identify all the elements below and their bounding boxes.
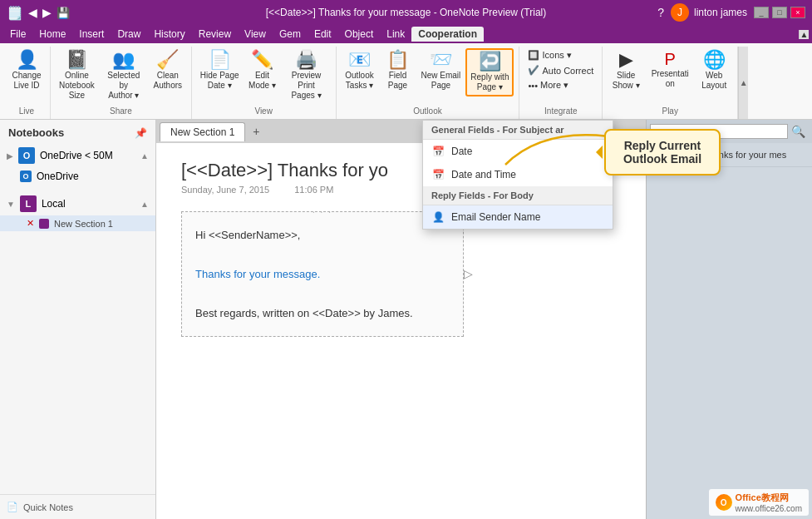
quick-access-forward[interactable]: ▶ <box>42 6 52 19</box>
help-button[interactable]: ? <box>657 6 664 19</box>
local-label: Local <box>42 198 66 210</box>
dropdown-date-time[interactable]: 📅 Date and Time <box>423 163 613 186</box>
icons-button[interactable]: 🔲 Icons ▾ <box>524 48 597 62</box>
menu-cooperation[interactable]: Cooperation <box>411 27 484 42</box>
quick-notes-button[interactable]: 📄 Quick Notes <box>0 494 155 519</box>
share-buttons: 📓 OnlineNotebookSize 👥 Selected byAuthor… <box>56 48 186 104</box>
online-notebook-size-button[interactable]: 📓 OnlineNotebookSize <box>56 48 98 103</box>
ribbon-collapse-button[interactable]: ▲ <box>799 30 809 39</box>
notebook-local[interactable]: ▼ L Local ▲ <box>0 192 155 215</box>
menu-history[interactable]: History <box>147 27 191 42</box>
tooltip-text: Reply Current Outlook Email <box>623 139 701 166</box>
note-box[interactable]: . . . Hi <<SenderName>>, Thanks for your… <box>181 211 464 337</box>
slide-show-button[interactable]: ▶ SlideShow ▾ <box>608 48 644 93</box>
maximize-button[interactable]: □ <box>772 7 787 18</box>
remove-section-button[interactable]: ✕ <box>27 218 34 229</box>
icons-label: Icons ▾ <box>542 50 571 61</box>
field-page-label: FieldPage <box>388 71 407 91</box>
menu-draw[interactable]: Draw <box>111 27 147 42</box>
web-layout-button[interactable]: 🌐 WebLayout <box>696 48 732 93</box>
menu-edit[interactable]: Edit <box>308 27 338 42</box>
minimize-button[interactable]: _ <box>754 7 769 18</box>
tab-new-section-1[interactable]: New Section 1 <box>160 122 245 141</box>
online-notebook-size-icon: 📓 <box>66 51 88 69</box>
play-group-label: Play <box>608 104 732 119</box>
sidebar-pin-button[interactable]: 📌 <box>135 127 147 139</box>
office-logo-icon: O <box>716 494 732 511</box>
quick-save[interactable]: 💾 <box>57 7 70 19</box>
expand-note-arrow[interactable]: ▷ <box>464 267 473 280</box>
onedrive-50m-label: OneDrive < 50M <box>40 150 113 161</box>
edit-mode-button[interactable]: ✏️ EditMode ▾ <box>244 48 281 93</box>
dropdown-date[interactable]: 📅 Date <box>423 140 613 163</box>
change-live-id-button[interactable]: 👤 ChangeLive ID <box>8 48 45 93</box>
field-page-button[interactable]: 📋 FieldPage <box>380 48 416 93</box>
selected-by-author-button[interactable]: 👥 Selected byAuthor ▾ <box>100 48 148 103</box>
reply-with-icon: ↩️ <box>479 52 501 71</box>
menu-file[interactable]: File <box>3 27 32 42</box>
auto-correct-button[interactable]: ✔️ Auto Correct <box>524 63 597 77</box>
date-time-label: Date and Time <box>451 169 516 180</box>
watermark: O Office教程网 www.office26.com <box>709 489 809 516</box>
outlook-group-label: Outlook <box>342 104 514 119</box>
menu-view[interactable]: View <box>238 27 273 42</box>
watermark-url: www.office26.com <box>736 504 802 513</box>
menu-review[interactable]: Review <box>192 27 238 42</box>
hide-page-date-label: Hide PageDate ▾ <box>200 71 239 91</box>
notebook-onedrive-50m[interactable]: ▶ O OneDrive < 50M ▲ <box>0 144 155 167</box>
clean-authors-button[interactable]: 🧹 CleanAuthors <box>150 48 186 93</box>
general-fields-header: General Fields - For Subject ar <box>423 121 613 140</box>
onedrive-50m-icon: O <box>18 147 35 164</box>
edit-mode-label: EditMode ▾ <box>249 71 276 91</box>
auto-correct-label: Auto Correct <box>542 66 593 76</box>
user-name: linton james <box>694 7 747 18</box>
local-expand-chevron: ▲ <box>140 200 149 209</box>
edit-mode-icon: ✏️ <box>251 51 273 69</box>
outlook-tasks-label: OutlookTasks ▾ <box>345 71 373 91</box>
reply-with-page-button[interactable]: ↩️ Reply withPage ▾ <box>465 48 514 96</box>
ribbon-group-live: 👤 ChangeLive ID Live <box>3 47 51 119</box>
reply-fields-header: Reply Fields - For Body <box>423 186 613 205</box>
onenote-logo-icon: 🗒️ <box>7 5 23 21</box>
note-box-handle: . . . <box>312 205 332 215</box>
thanks-link[interactable]: Thanks for your message. <box>195 268 320 280</box>
tooltip-bubble: Reply Current Outlook Email <box>604 129 721 175</box>
live-buttons: 👤 ChangeLive ID <box>8 48 45 104</box>
new-email-page-button[interactable]: 📨 New EmailPage <box>418 48 465 93</box>
date-icon: 📅 <box>431 145 445 158</box>
notebook-onedrive[interactable]: O OneDrive <box>0 167 155 185</box>
close-button[interactable]: × <box>790 7 805 18</box>
sidebar-header: Notebooks 📌 <box>0 120 155 144</box>
menu-gem[interactable]: Gem <box>273 27 308 42</box>
title-right: ? J linton james _ □ × <box>657 3 805 22</box>
dropdown-email-sender[interactable]: 👤 Email Sender Name <box>423 205 613 229</box>
menu-object[interactable]: Object <box>338 27 381 42</box>
outlook-buttons: 📧 OutlookTasks ▾ 📋 FieldPage 📨 New Email… <box>342 48 514 104</box>
slide-show-label: SlideShow ▾ <box>613 71 640 91</box>
quick-access-back[interactable]: ◀ <box>28 6 37 19</box>
hide-page-date-button[interactable]: 📄 Hide PageDate ▾ <box>197 48 243 93</box>
menu-link[interactable]: Link <box>380 27 411 42</box>
preview-print-pages-button[interactable]: 🖨️ Preview PrintPages ▾ <box>283 48 331 103</box>
onedrive-icon: O <box>20 171 32 182</box>
window-controls: _ □ × <box>754 7 805 18</box>
web-layout-icon: 🌐 <box>703 51 726 69</box>
more-button[interactable]: ••• More ▾ <box>524 78 597 92</box>
presentation-button[interactable]: P Presentation <box>646 48 694 91</box>
ribbon-group-play: ▶ SlideShow ▾ P Presentation 🌐 WebLayout… <box>603 47 738 119</box>
search-icon[interactable]: 🔍 <box>788 123 809 140</box>
menu-home[interactable]: Home <box>32 27 72 42</box>
outlook-tasks-button[interactable]: 📧 OutlookTasks ▾ <box>342 48 378 93</box>
note-text: Hi <<SenderName>>, Thanks for your messa… <box>195 225 450 323</box>
ribbon-collapse-side-button[interactable]: ▲ <box>738 47 748 119</box>
add-tab-button[interactable]: + <box>247 122 265 141</box>
menu-insert[interactable]: Insert <box>72 27 111 42</box>
section-label: New Section 1 <box>54 219 113 229</box>
quick-notes-icon: 📄 <box>7 502 18 512</box>
section-new-section-1[interactable]: ✕ New Section 1 <box>0 215 155 231</box>
reply-with-label: Reply withPage ▾ <box>470 72 509 92</box>
view-buttons: 📄 Hide PageDate ▾ ✏️ EditMode ▾ 🖨️ Previ… <box>197 48 331 104</box>
ribbon-group-view: 📄 Hide PageDate ▾ ✏️ EditMode ▾ 🖨️ Previ… <box>192 47 337 119</box>
preview-print-icon: 🖨️ <box>295 51 317 69</box>
selected-author-icon: 👥 <box>112 51 135 69</box>
